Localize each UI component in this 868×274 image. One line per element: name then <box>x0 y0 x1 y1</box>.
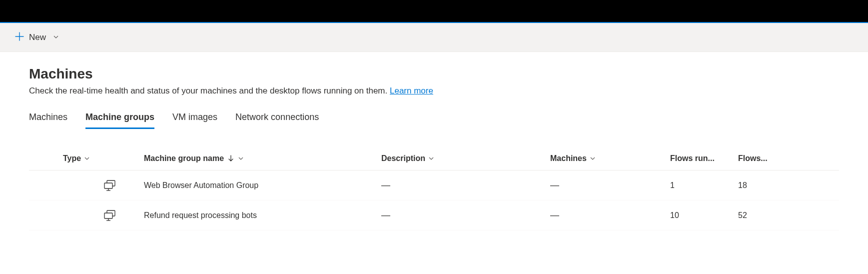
new-button[interactable]: New <box>10 29 64 46</box>
machine-group-icon <box>104 210 116 222</box>
tab-vm-images[interactable]: VM images <box>172 112 217 129</box>
column-header-description[interactable]: Description <box>381 154 550 163</box>
column-header-description-label: Description <box>381 154 425 163</box>
row-machines: — <box>550 180 670 190</box>
chevron-down-icon <box>590 156 596 162</box>
command-bar: New <box>0 23 868 52</box>
column-header-name-label: Machine group name <box>144 154 224 163</box>
chevron-down-icon <box>84 156 90 162</box>
chevron-down-icon <box>428 156 434 162</box>
column-header-machines-label: Machines <box>550 154 587 163</box>
column-header-name[interactable]: Machine group name <box>144 154 381 163</box>
column-header-flows-running[interactable]: Flows run... <box>670 154 738 163</box>
row-flows-running: 1 <box>670 181 738 190</box>
row-flows: 18 <box>738 181 783 190</box>
table-row[interactable]: Refund request processing bots — — 10 52 <box>29 200 839 230</box>
table-row[interactable]: Web Browser Automation Group — — 1 18 <box>29 170 839 200</box>
page-subtitle: Check the real-time health and status of… <box>29 86 839 96</box>
row-name[interactable]: Web Browser Automation Group <box>144 181 381 190</box>
tabs: Machines Machine groups VM images Networ… <box>29 112 839 129</box>
learn-more-link[interactable]: Learn more <box>390 86 433 96</box>
row-flows-running: 10 <box>670 211 738 220</box>
page-content: Machines Check the real-time health and … <box>0 52 868 230</box>
svg-rect-5 <box>104 213 112 218</box>
machine-group-icon <box>104 180 116 192</box>
tab-network-connections[interactable]: Network connections <box>235 112 319 129</box>
tab-machine-groups[interactable]: Machine groups <box>85 112 154 129</box>
machine-groups-table: Type Machine group name Description Mach… <box>29 154 839 230</box>
new-button-label: New <box>29 32 46 42</box>
plus-icon <box>15 32 24 43</box>
column-header-type-label: Type <box>63 154 81 163</box>
row-description: — <box>381 180 550 190</box>
table-header-row: Type Machine group name Description Mach… <box>29 154 839 170</box>
column-header-machines[interactable]: Machines <box>550 154 670 163</box>
page-subtitle-text: Check the real-time health and status of… <box>29 86 390 96</box>
column-header-flows[interactable]: Flows... <box>738 154 783 163</box>
row-flows: 52 <box>738 211 783 220</box>
chevron-down-icon <box>53 32 59 42</box>
tab-machines[interactable]: Machines <box>29 112 67 129</box>
svg-rect-1 <box>104 183 112 188</box>
page-title: Machines <box>29 66 839 82</box>
top-black-bar <box>0 0 868 22</box>
chevron-down-icon <box>238 156 244 162</box>
column-header-type[interactable]: Type <box>29 154 144 163</box>
row-machines: — <box>550 210 670 220</box>
sort-down-icon <box>228 155 234 162</box>
row-name[interactable]: Refund request processing bots <box>144 211 381 220</box>
row-description: — <box>381 210 550 220</box>
